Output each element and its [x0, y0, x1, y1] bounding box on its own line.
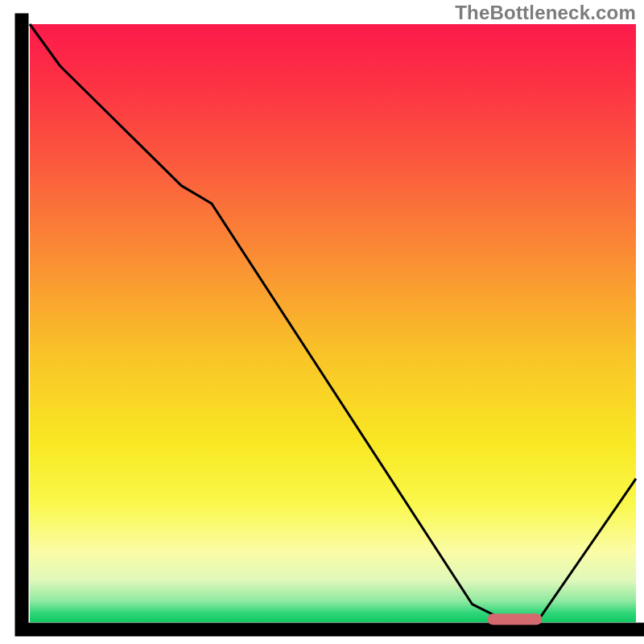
- chart-container: TheBottleneck.com: [0, 0, 644, 644]
- bottleneck-chart: [0, 0, 644, 644]
- watermark-text: TheBottleneck.com: [455, 2, 636, 24]
- gradient-background: [30, 24, 636, 622]
- optimal-marker: [488, 613, 543, 625]
